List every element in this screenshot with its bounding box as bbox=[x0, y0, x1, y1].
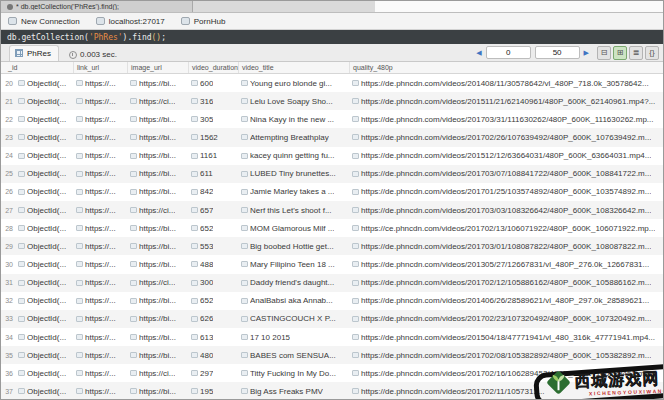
cell-image-url[interactable]: https://bi... bbox=[127, 346, 188, 364]
cell-image-url[interactable]: https://bi... bbox=[127, 74, 188, 92]
cell-title[interactable]: Nina Kayy in the new ... bbox=[238, 110, 349, 128]
skip-input[interactable]: 0 bbox=[486, 46, 531, 59]
cell-title[interactable]: Lelu Love Soapy Sho... bbox=[238, 92, 349, 110]
cell-title[interactable]: MOM Glamorous Milf ... bbox=[238, 219, 349, 237]
cell-id[interactable]: 37ObjectId(... bbox=[1, 382, 73, 400]
table-row[interactable]: 25ObjectId(...https://...https://bi...61… bbox=[1, 165, 663, 183]
cell-image-url[interactable]: https://bi... bbox=[127, 183, 188, 201]
cell-image-url[interactable]: https://ci... bbox=[127, 92, 188, 110]
left-arrow-icon[interactable]: ◀ bbox=[476, 49, 481, 56]
cell-image-url[interactable]: https://bi... bbox=[127, 292, 188, 310]
cell-id[interactable]: 21ObjectId(... bbox=[1, 92, 73, 110]
table-row[interactable]: 22ObjectId(...https://...https://bi...30… bbox=[1, 110, 663, 128]
table-row[interactable]: 34ObjectId(...https://...https://bi...61… bbox=[1, 328, 663, 346]
cell-link-url[interactable]: https://... bbox=[73, 274, 127, 292]
table-row[interactable]: 24ObjectId(...https://...https://bi...11… bbox=[1, 147, 663, 165]
cell-id[interactable]: 20ObjectId(... bbox=[1, 74, 73, 92]
column-header-link_url[interactable]: link_url bbox=[73, 62, 127, 73]
table-row[interactable]: 33ObjectId(...https://...https://bi...62… bbox=[1, 310, 663, 328]
table-row[interactable]: 23ObjectId(...https://...https://bi...15… bbox=[1, 128, 663, 146]
table-row[interactable]: 21ObjectId(...https://...https://ci...31… bbox=[1, 92, 663, 110]
cell-duration[interactable]: 652 bbox=[188, 292, 238, 310]
cell-image-url[interactable]: https://bi... bbox=[127, 110, 188, 128]
cell-duration[interactable]: 611 bbox=[188, 165, 238, 183]
custom-view-button[interactable]: {} bbox=[645, 46, 659, 60]
cell-quality-480p[interactable]: https://de.phncdn.com/videos/201702/12/1… bbox=[349, 274, 663, 292]
cell-id[interactable]: 23ObjectId(... bbox=[1, 128, 73, 146]
cell-link-url[interactable]: https://... bbox=[73, 128, 127, 146]
cell-image-url[interactable]: https://bi... bbox=[127, 219, 188, 237]
cell-duration[interactable]: 297 bbox=[188, 364, 238, 382]
cell-quality-480p[interactable]: https://de.phncdn.com/videos/201703/03/1… bbox=[349, 201, 663, 219]
cell-quality-480p[interactable]: https://de.phncdn.com/videos/201512/12/6… bbox=[349, 147, 663, 165]
cell-id[interactable]: 22ObjectId(... bbox=[1, 110, 73, 128]
cell-title[interactable]: 17 10 2015 bbox=[238, 328, 349, 346]
cell-quality-480p[interactable]: https://de.phncdn.com/videos/201702/26/1… bbox=[349, 128, 663, 146]
column-header-video_duration[interactable]: video_duration bbox=[188, 62, 238, 73]
cell-link-url[interactable]: https://... bbox=[73, 364, 127, 382]
cell-title[interactable]: AnalBabsi aka Annab... bbox=[238, 292, 349, 310]
cell-link-url[interactable]: https://... bbox=[73, 92, 127, 110]
breadcrumb-item-localhost-27017[interactable]: localhost:27017 bbox=[96, 17, 165, 26]
cell-duration[interactable]: 195 bbox=[188, 382, 238, 400]
cell-link-url[interactable]: https://... bbox=[73, 110, 127, 128]
cell-title[interactable]: Attempting Breathplay bbox=[238, 128, 349, 146]
cell-link-url[interactable]: https://... bbox=[73, 346, 127, 364]
cell-link-url[interactable]: https://... bbox=[73, 219, 127, 237]
cell-duration[interactable]: 316 bbox=[188, 92, 238, 110]
table-row[interactable]: 31ObjectId(...https://...https://ci...30… bbox=[1, 274, 663, 292]
cell-link-url[interactable]: https://... bbox=[73, 165, 127, 183]
cell-id[interactable]: 33ObjectId(... bbox=[1, 310, 73, 328]
query-tab[interactable]: * db.getCollection('PhRes').find(); bbox=[1, 1, 193, 12]
cell-title[interactable]: Daddy friend's daught... bbox=[238, 274, 349, 292]
cell-image-url[interactable]: https://ci... bbox=[127, 274, 188, 292]
cell-link-url[interactable]: https://... bbox=[73, 147, 127, 165]
cell-link-url[interactable]: https://... bbox=[73, 237, 127, 255]
cell-duration[interactable]: 305 bbox=[188, 110, 238, 128]
table-row[interactable]: 26ObjectId(...https://...https://bi...84… bbox=[1, 183, 663, 201]
cell-quality-480p[interactable]: https://de.phncdn.com/videos/201703/01/1… bbox=[349, 237, 663, 255]
column-header-image_url[interactable]: image_url bbox=[127, 62, 188, 73]
cell-image-url[interactable]: https://bi... bbox=[127, 147, 188, 165]
cell-image-url[interactable]: https://bi... bbox=[127, 255, 188, 273]
table-row[interactable]: 30ObjectId(...https://...https://bi...48… bbox=[1, 255, 663, 273]
cell-title[interactable]: Titty Fucking In My Do... bbox=[238, 364, 349, 382]
cell-quality-480p[interactable]: https://ce.phncdn.com/videos/201702/13/1… bbox=[349, 219, 663, 237]
cell-link-url[interactable]: https://... bbox=[73, 310, 127, 328]
cell-quality-480p[interactable]: https://de.phncdn.com/videos/201406/26/2… bbox=[349, 292, 663, 310]
cell-id[interactable]: 27ObjectId(... bbox=[1, 201, 73, 219]
cell-image-url[interactable]: https://bi... bbox=[127, 310, 188, 328]
table-view-button[interactable]: ⊞ bbox=[613, 46, 627, 60]
cell-link-url[interactable]: https://... bbox=[73, 74, 127, 92]
cell-id[interactable]: 34ObjectId(... bbox=[1, 328, 73, 346]
cell-id[interactable]: 35ObjectId(... bbox=[1, 346, 73, 364]
cell-image-url[interactable]: https://bi... bbox=[127, 382, 188, 400]
query-editor[interactable]: db.getCollection('PhRes').find(); bbox=[1, 30, 663, 44]
cell-link-url[interactable]: https://... bbox=[73, 328, 127, 346]
limit-input[interactable]: 50 bbox=[535, 46, 580, 59]
cell-duration[interactable]: 1161 bbox=[188, 147, 238, 165]
cell-image-url[interactable]: https://bi... bbox=[127, 128, 188, 146]
cell-duration[interactable]: 480 bbox=[188, 346, 238, 364]
cell-image-url[interactable]: https://ci... bbox=[127, 364, 188, 382]
cell-duration[interactable]: 842 bbox=[188, 183, 238, 201]
cell-duration[interactable]: 626 bbox=[188, 310, 238, 328]
collection-result-tab[interactable]: PhRes bbox=[9, 45, 59, 61]
cell-link-url[interactable]: https://... bbox=[73, 183, 127, 201]
cell-id[interactable]: 36ObjectId(... bbox=[1, 364, 73, 382]
table-row[interactable]: 29ObjectId(...https://...https://bi...55… bbox=[1, 237, 663, 255]
cell-image-url[interactable]: https://bi... bbox=[127, 165, 188, 183]
cell-duration[interactable]: 652 bbox=[188, 219, 238, 237]
cell-image-url[interactable]: https://bi... bbox=[127, 328, 188, 346]
cell-image-url[interactable]: https://ci... bbox=[127, 201, 188, 219]
cell-title[interactable]: Jamie Marley takes a ... bbox=[238, 183, 349, 201]
cell-quality-480p[interactable]: https://de.phncdn.com/videos/201408/11/3… bbox=[349, 74, 663, 92]
cell-id[interactable]: 24ObjectId(... bbox=[1, 147, 73, 165]
tree-view-button[interactable]: ⊟ bbox=[597, 46, 611, 60]
table-row[interactable]: 20ObjectId(...https://...https://bi...60… bbox=[1, 74, 663, 92]
cell-id[interactable]: 28ObjectId(... bbox=[1, 219, 73, 237]
cell-title[interactable]: Young euro blonde gi... bbox=[238, 74, 349, 92]
table-row[interactable]: 32ObjectId(...https://...https://bi...65… bbox=[1, 292, 663, 310]
column-header-video_title[interactable]: video_title bbox=[238, 62, 349, 73]
cell-quality-480p[interactable]: https://de.phncdn.com/videos/201511/21/6… bbox=[349, 92, 663, 110]
